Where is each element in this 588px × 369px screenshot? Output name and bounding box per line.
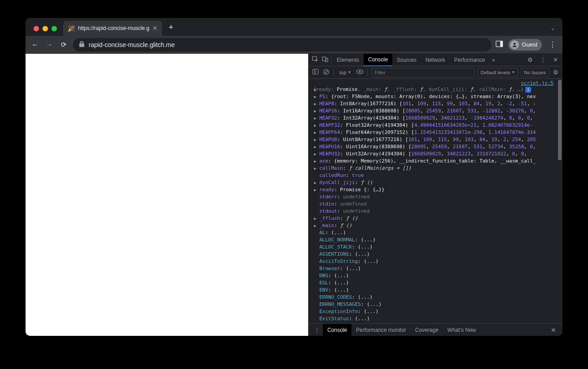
object-property-row[interactable]: ▶HEAPU32: Uint32Array(4194304) [16685090… bbox=[313, 150, 561, 158]
address-bar[interactable]: rapid-concise-muscle.glitch.me bbox=[73, 38, 491, 51]
expand-arrow-icon[interactable]: ▶ bbox=[314, 186, 316, 193]
clear-console-icon[interactable] bbox=[322, 69, 330, 76]
devtools-tab-network[interactable]: Network bbox=[421, 54, 450, 66]
object-property-row[interactable]: ASSERTIONS: (...) bbox=[313, 251, 561, 258]
console-filter-input[interactable]: Filter bbox=[371, 68, 475, 77]
devtools-settings-icon[interactable]: ⚙ bbox=[525, 56, 536, 63]
execution-context-selector[interactable]: top▼ bbox=[338, 70, 353, 75]
window-close-button[interactable] bbox=[34, 26, 39, 31]
expand-arrow-icon[interactable]: ▶ bbox=[314, 179, 316, 186]
devtools-tab-sources[interactable]: Sources bbox=[392, 54, 421, 66]
expand-arrow-icon[interactable]: ▶ bbox=[314, 165, 316, 172]
console-toolbar: top▼ Filter Default levels▼ No Issues ⚙ bbox=[309, 66, 562, 79]
devtools-tab-console[interactable]: Console bbox=[364, 54, 392, 66]
devtools-panel: ElementsConsoleSourcesNetworkPerformance… bbox=[308, 54, 562, 336]
object-property-row[interactable]: ▶HEAPF32: Float32Array(4194304) [4.49044… bbox=[313, 122, 561, 129]
page-viewport[interactable] bbox=[26, 54, 308, 336]
devtools-tab-performance[interactable]: Performance bbox=[450, 54, 489, 66]
object-property-row[interactable]: ▶callMain: ƒ callMain(args = []) bbox=[313, 165, 561, 172]
drawer-close-icon[interactable]: ✕ bbox=[547, 326, 560, 334]
object-property-row[interactable]: ▶HEAP32: Int32Array(4194304) [1668509029… bbox=[313, 115, 561, 122]
object-property-row[interactable]: ALLOC_STACK: (...) bbox=[313, 244, 561, 251]
log-levels-selector[interactable]: Default levels▼ bbox=[477, 68, 518, 77]
object-property-row[interactable]: ExitStatus: (...) bbox=[313, 315, 561, 322]
expand-arrow-icon[interactable]: ▶ bbox=[314, 100, 316, 107]
object-property-row[interactable]: Browser: (...) bbox=[313, 265, 561, 272]
object-property-row[interactable]: ▶asm: {memory: Memory(256), __indirect_f… bbox=[313, 158, 561, 165]
expand-arrow-icon[interactable]: ▼ bbox=[314, 86, 316, 94]
forward-button[interactable]: → bbox=[44, 41, 54, 48]
object-property-row[interactable]: ▶HEAP8: Int8Array(16777216) [101, 109, 1… bbox=[313, 100, 561, 107]
object-property-row[interactable]: DNS: (...) bbox=[313, 272, 561, 279]
svg-rect-1 bbox=[500, 41, 502, 47]
expand-arrow-icon[interactable]: ▶ bbox=[314, 107, 316, 115]
browser-tab[interactable]: 🎉 https://rapid-concise-muscle.g ✕ bbox=[63, 21, 162, 36]
profile-chip[interactable]: Guest bbox=[508, 39, 542, 51]
drawer-tab-performance-monitor[interactable]: Performance monitor bbox=[352, 324, 411, 336]
live-expression-icon[interactable] bbox=[356, 69, 364, 76]
object-property-row[interactable]: ▶ready: Promise {: {…}} bbox=[313, 186, 561, 193]
expand-arrow-icon[interactable]: ▶ bbox=[314, 215, 316, 222]
object-property-row[interactable]: EGL: (...) bbox=[313, 279, 561, 287]
object-property-row[interactable]: calledRun: true bbox=[313, 172, 561, 179]
expand-arrow-icon[interactable]: ▶ bbox=[314, 222, 316, 229]
object-property-row[interactable]: ▶HEAPU8: Uint8Array(16777216) [101, 109,… bbox=[313, 136, 561, 143]
expand-arrow-icon[interactable]: ▶ bbox=[314, 150, 316, 158]
drawer-tab-console[interactable]: Console bbox=[323, 324, 352, 336]
traffic-lights bbox=[30, 26, 60, 36]
window-minimize-button[interactable] bbox=[43, 26, 48, 31]
tab-close-icon[interactable]: ✕ bbox=[152, 25, 158, 32]
object-property-row[interactable]: ERRNO_CODES: (...) bbox=[313, 294, 561, 301]
svg-rect-6 bbox=[313, 69, 318, 74]
console-sidebar-toggle-icon[interactable] bbox=[311, 69, 319, 76]
expand-arrow-icon[interactable]: ▶ bbox=[314, 136, 316, 143]
console-output[interactable]: script.js:5 ▼{ready: Promise, _main: ƒ, … bbox=[309, 79, 562, 323]
drawer-tab-what-s-new[interactable]: What's New bbox=[443, 324, 481, 336]
devtools-more-tabs[interactable]: » bbox=[489, 57, 498, 63]
object-property-row[interactable]: ▶dynCall_jiji: ƒ () bbox=[313, 179, 561, 186]
object-property-row[interactable]: ERRNO_MESSAGES: (...) bbox=[313, 301, 561, 308]
object-property-row[interactable]: ALLOC_NORMAL: (...) bbox=[313, 236, 561, 244]
object-summary[interactable]: ▼{ready: Promise, _main: ƒ, _fflush: ƒ, … bbox=[313, 86, 561, 93]
object-property-row[interactable]: ▶_fflush: ƒ () bbox=[313, 215, 561, 222]
object-property-row[interactable]: ENV: (...) bbox=[313, 287, 561, 294]
url-text: rapid-concise-muscle.glitch.me bbox=[89, 41, 175, 48]
devtools-tab-elements[interactable]: Elements bbox=[332, 54, 364, 66]
new-tab-button[interactable]: + bbox=[162, 23, 180, 36]
object-property-row[interactable]: stdout: undefined bbox=[313, 208, 561, 215]
devtools-close-icon[interactable]: ✕ bbox=[550, 56, 561, 63]
browser-menu-icon[interactable]: ⋮ bbox=[547, 40, 558, 49]
expand-arrow-icon[interactable]: ▶ bbox=[314, 115, 316, 122]
back-button[interactable]: ← bbox=[30, 41, 40, 48]
reload-button[interactable]: ⟳ bbox=[59, 41, 69, 49]
object-property-row[interactable]: stderr: undefined bbox=[313, 193, 561, 201]
svg-point-11 bbox=[359, 71, 361, 73]
issues-button[interactable]: No Issues bbox=[521, 68, 549, 77]
object-property-row[interactable]: AsciiToString: (...) bbox=[313, 258, 561, 265]
object-property-row[interactable]: ExceptionInfo: (...) bbox=[313, 308, 561, 315]
expand-arrow-icon[interactable]: ▶ bbox=[314, 158, 316, 165]
object-property-row[interactable]: ▶HEAP16: Int16Array(8388608) [28005, 254… bbox=[313, 107, 561, 115]
expand-arrow-icon[interactable]: ▶ bbox=[314, 122, 316, 129]
inspect-icon[interactable] bbox=[310, 56, 320, 64]
expand-arrow-icon[interactable]: ▶ bbox=[314, 143, 316, 150]
object-property-row[interactable]: AL: (...) bbox=[313, 229, 561, 236]
info-icon[interactable]: i bbox=[525, 87, 531, 93]
devtools-menu-icon[interactable]: ⋮ bbox=[537, 56, 549, 63]
window-zoom-button[interactable] bbox=[52, 26, 57, 31]
object-property-row[interactable]: ▶HEAPU16: Uint16Array(8388608) [28005, 2… bbox=[313, 143, 561, 150]
tabs-dropdown-icon[interactable]: ⌄ bbox=[550, 25, 562, 36]
browser-toolbar: ← → ⟳ rapid-concise-muscle.glitch.me Gue… bbox=[26, 36, 562, 54]
object-property-row[interactable]: stdin: undefined bbox=[313, 201, 561, 208]
object-property-row[interactable]: ▶FS: {root: FSNode, mounts: Array(0), de… bbox=[313, 93, 561, 100]
device-toggle-icon[interactable] bbox=[320, 56, 330, 64]
content-area: ElementsConsoleSourcesNetworkPerformance… bbox=[26, 54, 562, 336]
expand-arrow-icon[interactable]: ▶ bbox=[314, 93, 316, 100]
drawer-tab-coverage[interactable]: Coverage bbox=[411, 324, 443, 336]
console-settings-icon[interactable]: ⚙ bbox=[552, 69, 560, 76]
object-property-row[interactable]: ▶HEAPF64: Float64Array(2097152) [1.15454… bbox=[313, 129, 561, 136]
expand-arrow-icon[interactable]: ▶ bbox=[314, 129, 316, 136]
object-property-row[interactable]: ▶_main: ƒ () bbox=[313, 222, 561, 229]
side-panel-icon[interactable] bbox=[496, 41, 503, 48]
drawer-menu-icon[interactable]: ⋮ bbox=[311, 326, 323, 334]
